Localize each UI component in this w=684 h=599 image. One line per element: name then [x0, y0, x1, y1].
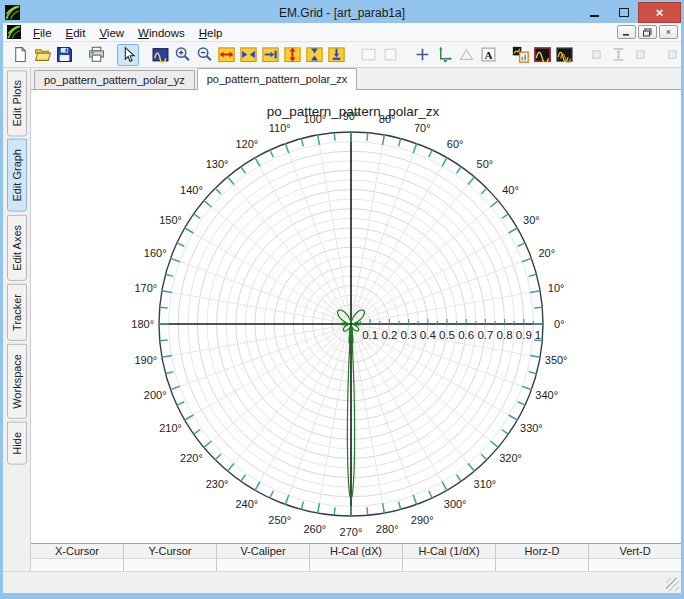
- print-button[interactable]: [85, 44, 107, 66]
- cross-marker-button[interactable]: [411, 44, 433, 66]
- readout-column-h-cal-1-dx-: H-Cal (1/dX): [403, 544, 496, 571]
- angle-label: 20°: [538, 247, 555, 259]
- angle-label: 110°: [269, 122, 291, 134]
- angle-label: 190°: [134, 354, 157, 366]
- snap-x-icon: [262, 46, 279, 63]
- angle-label: 220°: [180, 452, 203, 464]
- open-folder-icon: [34, 46, 51, 63]
- maximize-button[interactable]: [609, 2, 638, 23]
- snap-y-button[interactable]: [325, 44, 347, 66]
- angle-label: 260°: [303, 523, 326, 535]
- radial-label: 0.6: [458, 329, 474, 341]
- angle-label: 170°: [134, 282, 157, 294]
- text-tool-button[interactable]: A: [477, 44, 499, 66]
- triangle-marker-button: [455, 44, 477, 66]
- zoom-out-button[interactable]: [193, 44, 215, 66]
- menu-help[interactable]: Help: [192, 25, 230, 41]
- mdi-minimize-button[interactable]: [617, 25, 636, 39]
- print-icon: [88, 46, 105, 63]
- mdi-restore-button[interactable]: [638, 25, 657, 39]
- readout-header: H-Cal (dX): [310, 544, 402, 558]
- text-a-icon: A: [480, 46, 497, 63]
- tab-po_pattern_pattern_polar_zx[interactable]: po_pattern_pattern_polar_zx: [197, 68, 358, 90]
- radial-label: 0.5: [439, 329, 455, 341]
- close-button[interactable]: ×: [638, 2, 681, 23]
- sidebar-item-edit-graph[interactable]: Edit Graph: [7, 139, 27, 212]
- mdi-window-controls: ×: [617, 25, 678, 39]
- frame-icon: [360, 46, 377, 63]
- readout-value: [496, 558, 588, 571]
- dark-wave-icon: [534, 46, 551, 63]
- sidebar-item-workspace[interactable]: Workspace: [7, 344, 27, 419]
- angle-label: 0°: [554, 318, 565, 330]
- angle-label: 160°: [144, 247, 167, 259]
- angle-label: 330°: [520, 422, 543, 434]
- angle-label: 250°: [268, 514, 291, 526]
- radial-label: 1: [535, 329, 541, 341]
- readout-column-horz-d: Horz-D: [496, 544, 589, 571]
- compress-x-button[interactable]: [237, 44, 259, 66]
- plus-icon: [414, 46, 431, 63]
- mdi-close-button[interactable]: ×: [659, 25, 678, 39]
- dark-style-button[interactable]: [531, 44, 553, 66]
- menu-windows[interactable]: Windows: [131, 25, 192, 41]
- frame-b-button: [379, 44, 401, 66]
- chart-copy-icon: [512, 46, 529, 63]
- polar-plot-canvas[interactable]: 0°10°20°30°40°50°60°70°80°90°100°110°120…: [31, 90, 681, 543]
- angle-label: 300°: [444, 498, 467, 510]
- new-file-button[interactable]: [9, 44, 31, 66]
- sidebar-item-edit-axes[interactable]: Edit Axes: [7, 215, 27, 281]
- readout-column-v-caliper: V-Caliper: [217, 544, 310, 571]
- pointer-tool-button[interactable]: [117, 44, 139, 66]
- readout-value: [217, 558, 309, 571]
- save-icon: [56, 46, 73, 63]
- angle-label: 280°: [376, 523, 399, 535]
- readout-value: [589, 558, 681, 571]
- radial-label: 0.8: [497, 329, 513, 341]
- open-file-button[interactable]: [31, 44, 53, 66]
- expand-x-icon: [218, 46, 235, 63]
- small-box-icon: [588, 46, 605, 63]
- expand-y-icon: [284, 46, 301, 63]
- zoom-out-icon: [196, 46, 213, 63]
- resize-grip[interactable]: [666, 578, 679, 591]
- app-window: EM.Grid - [art_parab1a] × FileEditViewWi…: [0, 0, 684, 599]
- titlebar[interactable]: EM.Grid - [art_parab1a] ×: [3, 2, 681, 23]
- polar-plot[interactable]: 0°10°20°30°40°50°60°70°80°90°100°110°120…: [31, 90, 683, 550]
- zoom-in-icon: [174, 46, 191, 63]
- fit-curve-button[interactable]: [149, 44, 171, 66]
- statusbar: [3, 571, 681, 593]
- compress-y-button[interactable]: [303, 44, 325, 66]
- menu-items: FileEditViewWindowsHelp: [26, 23, 229, 41]
- plot-title: po_pattern_pattern_polar_zx: [267, 104, 440, 119]
- sidebar-item-tracker[interactable]: Tracker: [7, 284, 27, 341]
- plot-style-copy-button[interactable]: [509, 44, 531, 66]
- readout-value: [310, 558, 402, 571]
- radial-label: 0.9: [516, 329, 532, 341]
- tab-po_pattern_pattern_polar_yz[interactable]: po_pattern_pattern_polar_yz: [34, 70, 195, 89]
- readout-header: H-Cal (1/dX): [403, 544, 495, 558]
- menu-edit[interactable]: Edit: [59, 25, 93, 41]
- compress-y-icon: [306, 46, 323, 63]
- angle-label: 10°: [548, 282, 565, 294]
- angle-label: 130°: [206, 158, 229, 170]
- snap-x-button[interactable]: [259, 44, 281, 66]
- expand-x-button[interactable]: [215, 44, 237, 66]
- angle-label: 200°: [144, 389, 167, 401]
- angle-label: 50°: [477, 158, 494, 170]
- menu-file[interactable]: File: [26, 25, 59, 41]
- menu-view[interactable]: View: [92, 25, 131, 41]
- sidebar-item-edit-plots[interactable]: Edit Plots: [7, 70, 27, 136]
- readout-header: X-Cursor: [31, 544, 123, 558]
- sidebar-item-hide[interactable]: Hide: [7, 422, 27, 465]
- angle-label: 210°: [159, 422, 182, 434]
- zoom-in-button[interactable]: [171, 44, 193, 66]
- v-scale-left-button: [585, 44, 607, 66]
- axes-tool-button[interactable]: [433, 44, 455, 66]
- radial-label: 0.2: [381, 329, 397, 341]
- minimize-button[interactable]: [580, 2, 609, 23]
- expand-y-button[interactable]: [281, 44, 303, 66]
- dark-style-2-button[interactable]: [553, 44, 575, 66]
- save-button[interactable]: [53, 44, 75, 66]
- axes-icon: [436, 46, 453, 63]
